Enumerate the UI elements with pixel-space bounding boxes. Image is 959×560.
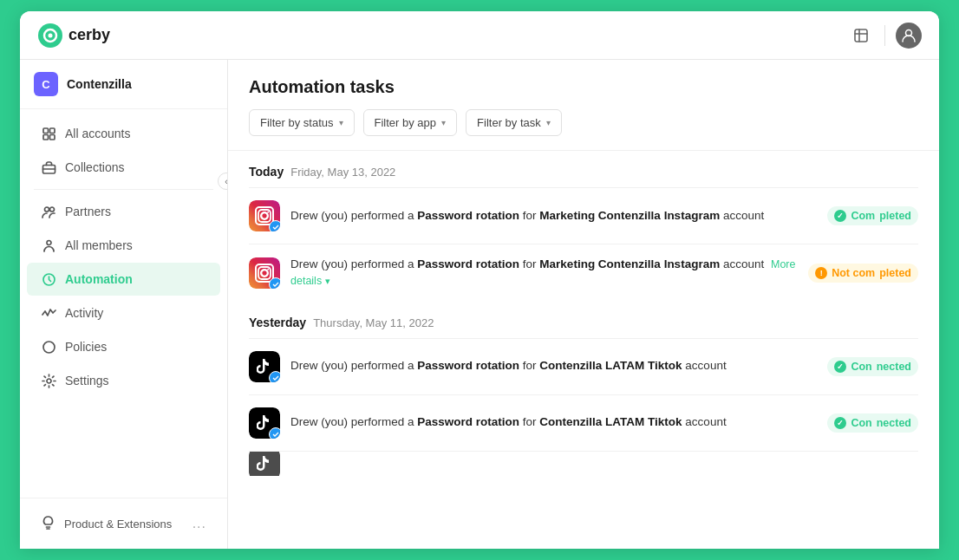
logo: cerby	[37, 23, 110, 49]
sidebar-item-product-extensions[interactable]: Product & Extensions ...	[27, 506, 220, 541]
activity-icon	[41, 305, 56, 321]
timeline-today: Today Friday, May 13, 2022	[228, 151, 939, 302]
instagram-app-icon	[249, 200, 280, 231]
sidebar-item-settings[interactable]: Settings	[27, 364, 220, 397]
status-badge-not-completed: ! Not completed	[808, 264, 918, 283]
sidebar-item-collections-label: Collections	[65, 160, 124, 174]
logo-text: cerby	[68, 26, 110, 44]
task-4-text: Drew (you) performed a Password rotation…	[290, 414, 817, 431]
instagram-badge-icon-2	[269, 277, 280, 289]
svg-rect-8	[49, 128, 55, 133]
filter-app-chevron: ▾	[441, 118, 446, 127]
status-badge: ✓ Completed	[827, 206, 918, 225]
svg-point-22	[262, 213, 268, 219]
task-2-text: Drew (you) performed a Password rotation…	[290, 257, 798, 290]
sidebar-item-all-accounts[interactable]: All accounts	[27, 117, 220, 150]
bulb-icon	[41, 515, 55, 532]
timeline-yesterday: Yesterday Thursday, May 11, 2022	[228, 302, 939, 476]
sidebar-item-policies[interactable]: Policies	[27, 330, 220, 363]
settings-icon	[41, 373, 56, 388]
briefcase-icon	[41, 160, 56, 175]
filters-bar: Filter by status ▾ Filter by app ▾ Filte…	[249, 109, 918, 136]
content: Automation tasks Filter by status ▾ Filt…	[228, 60, 939, 549]
sidebar-org: C Contenzilla	[20, 60, 227, 109]
svg-point-26	[267, 269, 269, 270]
svg-rect-3	[855, 29, 867, 42]
sidebar-item-activity-label: Activity	[65, 306, 103, 320]
sidebar-item-all-members[interactable]: All members	[27, 229, 220, 262]
svg-point-14	[49, 207, 54, 212]
sidebar: ‹ C Contenzilla	[20, 60, 228, 549]
task-4-account: Contenzilla LATAM Tiktok	[539, 415, 682, 428]
filter-task-button[interactable]: Filter by task ▾	[466, 109, 562, 136]
cerby-logo-icon	[37, 23, 63, 49]
org-name: Contenzilla	[67, 77, 132, 91]
task-3-text: Drew (you) performed a Password rotation…	[290, 358, 817, 374]
today-header: Today Friday, May 13, 2022	[249, 151, 918, 187]
task-1-text: Drew (you) performed a Password rotation…	[290, 208, 817, 225]
sidebar-item-activity[interactable]: Activity	[27, 296, 220, 329]
sidebar-item-policies-label: Policies	[65, 340, 107, 354]
org-avatar: C	[34, 72, 58, 96]
sidebar-item-collections[interactable]: Collections	[27, 151, 220, 184]
top-bar: cerby	[20, 11, 939, 60]
check-icon-4: ✓	[834, 417, 846, 429]
svg-point-13	[44, 207, 49, 212]
svg-rect-21	[258, 210, 271, 222]
status-badge-4: ✓ Connected	[827, 413, 918, 433]
sidebar-item-all-accounts-label: All accounts	[65, 127, 130, 140]
filter-status-button[interactable]: Filter by status ▾	[249, 109, 355, 136]
check-icon-3: ✓	[834, 361, 846, 373]
status-badge-3: ✓ Connected	[827, 357, 918, 376]
svg-point-15	[47, 240, 51, 244]
instagram-badge-icon	[269, 220, 280, 231]
sidebar-item-partners[interactable]: Partners	[27, 195, 220, 228]
svg-point-25	[262, 270, 268, 276]
tiktok-badge-icon-2	[269, 427, 280, 439]
sidebar-bottom: Product & Extensions ...	[20, 498, 227, 549]
grid-icon	[41, 126, 56, 141]
task-4-action: Password rotation	[417, 415, 519, 428]
sidebar-item-partners-label: Partners	[65, 205, 111, 218]
svg-rect-24	[258, 267, 271, 279]
svg-point-18	[47, 379, 51, 383]
table-row: Drew (you) performed a Password rotation…	[249, 244, 918, 302]
check-icon: ✓	[834, 210, 846, 222]
tiktok-app-icon-1	[249, 351, 280, 382]
task-1-account: Marketing Contenzilla Instagram	[539, 209, 720, 222]
table-row	[249, 451, 918, 476]
content-header: Automation tasks Filter by status ▾ Filt…	[228, 60, 939, 151]
partners-icon	[41, 204, 56, 219]
warning-icon: !	[815, 267, 827, 279]
notifications-icon[interactable]	[848, 23, 874, 49]
task-2-account: Marketing Contenzilla Instagram	[539, 257, 720, 270]
today-label: Today	[249, 165, 284, 179]
sidebar-nav: All accounts Collections	[20, 109, 227, 405]
sidebar-item-automation[interactable]: Automation	[27, 263, 220, 296]
tiktok-app-icon-2	[249, 407, 280, 439]
top-bar-divider	[884, 25, 885, 46]
page-title: Automation tasks	[249, 77, 918, 97]
table-row: Drew (you) performed a Password rotation…	[249, 394, 918, 451]
svg-rect-10	[49, 134, 55, 140]
top-bar-right	[848, 23, 922, 49]
main-layout: ‹ C Contenzilla	[20, 60, 939, 549]
product-extensions-label: Product & Extensions	[64, 518, 172, 531]
filter-status-chevron: ▾	[339, 118, 343, 127]
sidebar-item-all-members-label: All members	[65, 238, 133, 252]
yesterday-date: Thursday, May 11, 2022	[313, 316, 434, 329]
svg-rect-7	[43, 128, 49, 133]
svg-point-2	[49, 33, 53, 37]
today-date: Friday, May 13, 2022	[290, 166, 395, 179]
filter-app-button[interactable]: Filter by app ▾	[363, 109, 458, 136]
table-row: Drew (you) performed a Password rotation…	[249, 187, 918, 244]
app-container: cerby ‹	[20, 11, 939, 549]
tiktok-icon-partial	[249, 451, 280, 476]
instagram-app-icon-2	[249, 257, 280, 289]
product-extensions-more[interactable]: ...	[192, 516, 206, 531]
task-3-action: Password rotation	[417, 359, 519, 372]
chevron-down-icon: ▾	[325, 276, 330, 286]
sidebar-item-settings-label: Settings	[65, 374, 109, 387]
yesterday-header: Yesterday Thursday, May 11, 2022	[249, 302, 918, 338]
user-avatar[interactable]	[896, 23, 922, 49]
